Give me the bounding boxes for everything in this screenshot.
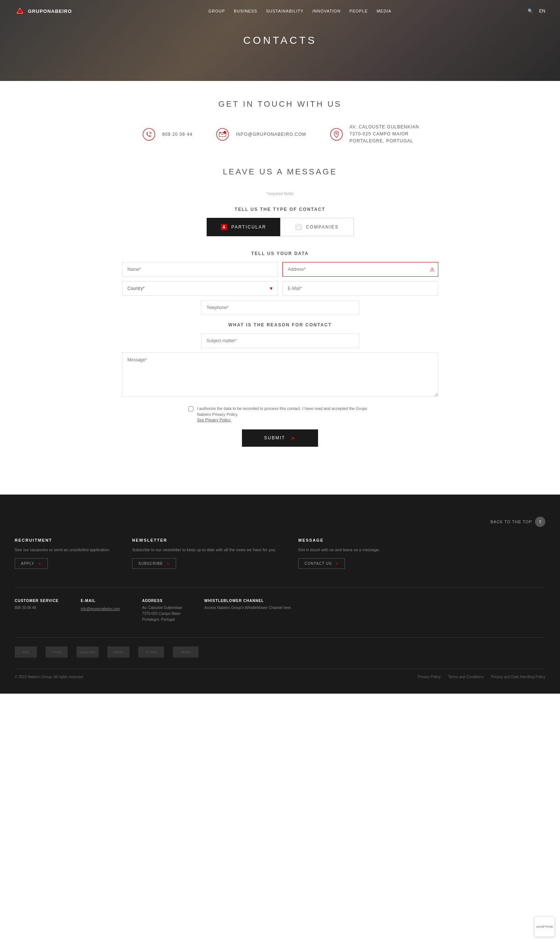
consent-text-wrapper: I authorize the data to be recorded to p… [197, 405, 372, 422]
particular-label: PARTICULAR [231, 225, 266, 230]
back-to-top[interactable]: BACK TO THE TOP ⇧ [15, 516, 545, 527]
logo-cresc-text: CRESC [113, 651, 123, 654]
consent-text: I authorize the data to be recorded to p… [197, 406, 367, 417]
contact-us-button[interactable]: CONTACT US ➤ [298, 558, 345, 569]
footer-newsletter: NEWSLETTER Subscribe to our newsletter t… [132, 538, 276, 569]
contact-us-label: CONTACT US [305, 561, 332, 566]
particular-icon [220, 224, 228, 231]
subscribe-label: SUBSCRIBE [138, 561, 163, 566]
contact-email: ! INFO@GRUPONABEIRO.COM [214, 123, 306, 145]
footer-customer-service: CUSTOMER SERVICE 808 20 06 44 [15, 599, 59, 623]
logo-po-ise-text: PO ISE [52, 651, 62, 654]
logo-lisboa-text: Lisboa 2020 [79, 651, 95, 654]
message-text: Get in touch with us and leave us a mess… [298, 547, 380, 553]
subscribe-button[interactable]: SUBSCRIBE ➤ [132, 558, 176, 569]
recruitment-text: See our vacancies or send an unsolicited… [15, 547, 110, 553]
white-spacer [0, 480, 560, 495]
reason-label: WHAT IS THE REASON FOR CONTACT [122, 322, 438, 327]
companies-icon [295, 224, 302, 231]
privacy-data-link[interactable]: Privacy and Data Handling Policy [491, 675, 545, 679]
site-header: GRUPONABEIRO GROUP BUSINESS SUSTAINABILI… [0, 0, 560, 22]
name-field [122, 262, 278, 277]
subject-input[interactable] [201, 333, 359, 348]
footer-recruitment: RECRUITMENT See our vacancies or send an… [15, 538, 110, 569]
back-to-top-btn[interactable]: BACK TO THE TOP ⇧ [491, 516, 545, 527]
nav-media[interactable]: MEDIA [377, 9, 391, 13]
footer-address-line1: Av. Calouste Gulbenkian [142, 605, 182, 611]
footer-section: BACK TO THE TOP ⇧ RECRUITMENT See our va… [0, 495, 560, 694]
contact-info: 808 20 06 44 ! INFO@GRUPONABEIRO.COM [122, 123, 438, 145]
companies-label: COMPANIES [306, 225, 338, 230]
particular-button[interactable]: PARTICULAR [207, 218, 280, 236]
email-field [282, 281, 438, 296]
consent-checkbox[interactable] [188, 406, 194, 412]
subscribe-arrow-icon: ➤ [166, 561, 170, 566]
svg-point-3 [143, 128, 155, 140]
subject-field [201, 333, 359, 348]
apply-button[interactable]: APPLY ➤ [15, 558, 48, 569]
nav-business[interactable]: BUSINESS [234, 9, 257, 13]
logo-feder: FEDER [173, 646, 198, 658]
logo-portugal2020: PT 2020 [138, 646, 164, 658]
terms-link[interactable]: Terms and Conditions [448, 675, 483, 679]
footer-message: MESSAGE Get in touch with us and leave u… [298, 538, 380, 569]
hero-title: CONTACTS [243, 35, 317, 46]
get-in-touch-title: GET IN TOUCH WITH US [122, 99, 438, 109]
leave-message-section: LEAVE US A MESSAGE *required fields TELL… [122, 167, 438, 447]
message-title: MESSAGE [298, 538, 380, 543]
phone-number: 808 20 06 44 [162, 132, 192, 137]
name-input[interactable] [122, 262, 278, 277]
back-to-top-circle: ⇧ [535, 516, 545, 527]
submit-arrow-icon: ➤ [291, 435, 296, 442]
footer-address-line2: 7370-025 Campo Maior [142, 611, 182, 617]
footer-address-title: ADDRESS [142, 599, 182, 603]
search-icon[interactable]: 🔍 [528, 8, 533, 14]
svg-point-2 [18, 9, 22, 12]
customer-service-phone: 808 20 06 44 [15, 605, 59, 611]
privacy-link[interactable]: See Privacy Policy. [197, 418, 231, 422]
logo[interactable]: GRUPONABEIRO [15, 6, 72, 16]
header-actions: 🔍 EN [528, 8, 545, 14]
svg-point-9 [335, 133, 337, 134]
customer-service-title: CUSTOMER SERVICE [15, 599, 59, 603]
country-select[interactable]: Country* [122, 281, 278, 296]
newsletter-title: NEWSLETTER [132, 538, 276, 543]
whistleblower-text: Access Nabeiro Group's Whistleblower Cha… [205, 605, 292, 611]
consent-area: I authorize the data to be recorded to p… [188, 405, 372, 422]
subject-row [122, 333, 438, 348]
recruitment-title: RECRUITMENT [15, 538, 110, 543]
language-selector[interactable]: EN [539, 8, 545, 14]
companies-button[interactable]: COMPANIES [280, 218, 354, 236]
submit-wrapper: SUBMIT ➤ [122, 429, 438, 447]
submit-button[interactable]: SUBMIT ➤ [242, 429, 318, 447]
logo-cresc: CRESC [108, 646, 129, 658]
form-row-2: Country* ▼ [122, 281, 438, 296]
form-row-3 [122, 300, 438, 315]
logo-feder-text: FEDER [180, 651, 191, 654]
telephone-input[interactable] [201, 300, 359, 315]
message-textarea[interactable] [122, 353, 438, 397]
logo-po-ise: PO ISE [46, 646, 68, 658]
footer-address-line3: Portalegre, Portugal [142, 617, 182, 623]
nav-innovation[interactable]: INNOVATION [312, 9, 341, 13]
contact-type-label: TELL US THE TYPE OF CONTACT [122, 207, 438, 212]
back-to-top-label: BACK TO THE TOP [491, 520, 532, 524]
footer-logos: IEFP PO ISE Lisboa 2020 CRESC PT 2020 FE [15, 637, 545, 658]
svg-point-4 [217, 128, 228, 140]
address-input[interactable] [282, 262, 438, 277]
nav-people[interactable]: PEOPLE [349, 9, 368, 13]
footer-whistleblower: WHISTLEBLOWER CHANNEL Access Nabeiro Gro… [205, 599, 292, 623]
footer-columns: RECRUITMENT See our vacancies or send an… [15, 538, 545, 569]
logo-iefp: IEFP [15, 646, 37, 658]
apply-arrow-icon: ➤ [38, 561, 42, 566]
email-input[interactable] [282, 281, 438, 296]
footer-email-address[interactable]: info@gruponabeiro.com [81, 607, 120, 611]
nav-group[interactable]: GROUP [208, 9, 225, 13]
copyright-text: © 2023 Nabeiro Group. All rights reserve… [15, 675, 84, 679]
footer-bottom: © 2023 Nabeiro Group. All rights reserve… [15, 669, 545, 679]
privacy-policy-link[interactable]: Privacy Policy [418, 675, 440, 679]
nav-sustainability[interactable]: SUSTAINABILITY [266, 9, 304, 13]
contact-us-arrow-icon: ➤ [335, 561, 338, 566]
footer-email-title: E-MAIL [81, 599, 120, 603]
svg-rect-13 [297, 226, 300, 229]
